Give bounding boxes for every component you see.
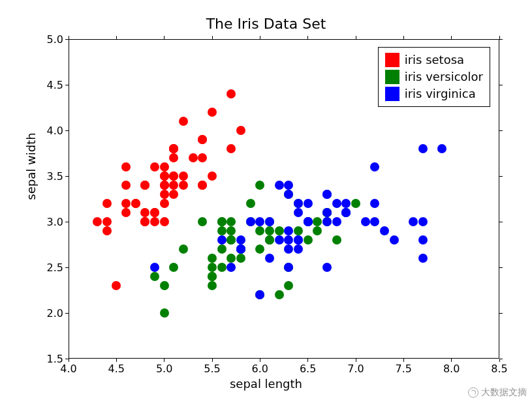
legend: iris setosairis versicoloriris virginica [378,47,490,107]
y-tick-mark [65,85,69,85]
data-point [418,235,428,245]
y-tick-label: 3.5 [47,170,63,183]
data-point [265,235,274,245]
data-point [255,181,264,190]
data-point [150,217,159,226]
data-point [227,254,236,263]
x-tick-mark [116,359,117,362]
data-point [275,226,284,235]
x-tick-label: 8.0 [443,363,460,375]
y-tick-mark [65,267,69,268]
data-point [304,199,313,208]
x-tick-mark [212,36,213,39]
data-point [380,226,389,235]
data-point [217,245,227,254]
x-tick-label: 8.5 [491,363,507,375]
data-point [150,272,159,281]
data-point [189,153,198,162]
data-point [294,199,303,208]
data-point [370,162,379,171]
legend-label: iris virginica [405,85,476,102]
legend-label: iris versicolor [405,68,483,85]
data-point [418,144,428,153]
data-point [198,153,207,162]
y-tick-mark [65,130,69,131]
watermark-text: 大数据文摘 [481,387,527,398]
y-tick-mark [65,313,69,314]
data-point [255,226,264,235]
data-point [208,254,217,263]
x-tick-label: 6.5 [300,363,316,375]
y-tick-label: 5.0 [47,33,63,46]
data-point [208,281,217,290]
x-tick-mark [499,359,500,362]
data-point [169,153,178,162]
data-point [284,181,293,190]
data-point [246,199,255,208]
y-tick-mark [65,222,69,222]
data-point [236,126,245,135]
data-point [304,217,313,226]
x-tick-mark [451,36,452,39]
data-point [284,226,293,235]
y-tick-mark [499,130,503,131]
x-tick-mark [356,36,356,39]
y-axis-label: sepal width [24,101,38,231]
data-point [160,190,169,199]
legend-item: iris setosa [385,52,483,68]
data-point [265,226,274,235]
data-point [390,235,399,245]
y-tick-label: 4.0 [47,125,63,137]
x-tick-mark [164,36,164,39]
data-point [198,217,207,226]
data-point [341,199,351,208]
data-point [169,171,178,181]
data-point [169,144,178,153]
data-point [160,162,169,171]
x-tick-mark [212,359,213,362]
data-point [322,208,332,217]
y-tick-mark [65,176,69,177]
data-point [179,245,188,254]
data-point [217,263,227,272]
data-point [236,245,245,254]
data-point [294,245,303,254]
x-tick-mark [451,359,452,362]
x-tick-mark [403,359,404,362]
x-tick-label: 5.0 [156,363,172,375]
data-point [208,272,217,281]
data-point [275,181,284,190]
data-point [208,108,217,117]
legend-swatch [385,70,399,84]
data-point [351,199,360,208]
data-point [332,235,341,245]
data-point [294,226,303,235]
data-point [169,190,178,199]
data-point [102,217,112,226]
data-point [217,235,227,245]
data-point [322,217,332,226]
data-point [198,135,207,144]
data-point [227,89,236,98]
y-tick-mark [499,176,503,177]
data-point [208,171,217,181]
y-tick-mark [499,85,503,85]
data-point [93,217,102,226]
data-point [246,217,255,226]
chart-title: The Iris Data Set [0,16,532,32]
x-tick-label: 6.0 [252,363,268,375]
legend-swatch [385,53,399,67]
data-point [284,245,293,254]
data-point [332,199,341,208]
data-point [304,235,313,245]
data-point [255,245,264,254]
data-point [169,263,178,272]
y-tick-label: 3.0 [47,216,63,228]
data-point [102,226,112,235]
y-tick-label: 2.5 [47,261,63,274]
data-point [150,263,159,272]
data-point [121,208,131,217]
data-point [150,162,159,171]
legend-label: iris setosa [405,52,464,68]
x-axis-label: sepal length [0,377,532,391]
